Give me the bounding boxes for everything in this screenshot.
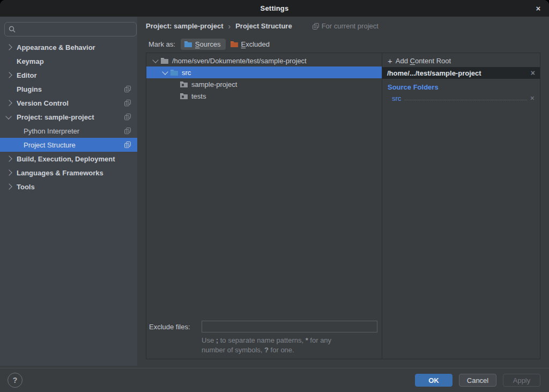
per-project-settings-icon (124, 128, 131, 136)
chevron-right-icon (6, 169, 12, 175)
dialog-footer: ? OK Cancel Apply (0, 366, 549, 392)
exclude-files-hint: Use ; to separate name patterns, * for a… (202, 336, 377, 355)
chevron-right-icon (6, 156, 12, 161)
mark-as-label: Mark as: (149, 40, 175, 48)
scope-indicator: For current project (313, 22, 379, 30)
sidebar-item-editor[interactable]: Editor (0, 68, 137, 82)
sidebar-item-languages-frameworks[interactable]: Languages & Frameworks (0, 166, 137, 180)
close-icon[interactable]: × (532, 0, 544, 17)
sidebar-item-keymap[interactable]: Keymap (0, 54, 137, 68)
content-roots-tree-panel: /home/sven/Dokumente/test/sample-project… (146, 53, 382, 359)
sidebar-item-tools[interactable]: Tools (0, 180, 137, 194)
source-folders-title: Source Folders (388, 83, 535, 91)
sidebar-item-plugins[interactable]: Plugins (0, 82, 137, 96)
titlebar: Settings × (0, 0, 549, 17)
chevron-down-icon (5, 113, 11, 119)
chevron-down-icon (162, 69, 168, 75)
chevron-right-icon (6, 183, 12, 189)
tree-row-tests[interactable]: tests (146, 90, 382, 102)
sidebar-nav: Appearance & Behavior Keymap Editor Plug… (0, 40, 137, 194)
excluded-folder-icon (230, 40, 239, 48)
tree-row-sample-project[interactable]: sample-project (146, 78, 382, 90)
sidebar-item-project-sample-project[interactable]: Project: sample-project (0, 110, 137, 124)
source-folder-icon (170, 69, 179, 76)
content-root-row[interactable]: /home/.../test/sample-project × (382, 67, 540, 79)
per-project-settings-icon (313, 23, 319, 29)
remove-source-folder-icon[interactable]: × (530, 94, 535, 102)
mark-as-excluded-button[interactable]: Excluded (227, 39, 274, 50)
folder-icon (180, 80, 188, 88)
sidebar-item-build-execution-deployment[interactable]: Build, Execution, Deployment (0, 152, 137, 166)
plus-icon: + (388, 56, 392, 65)
exclude-files-label: Exclude files: (149, 323, 202, 331)
project-structure-panels: /home/sven/Dokumente/test/sample-project… (146, 53, 540, 359)
content-root-details-panel: + Add Content Root /home/.../test/sample… (382, 53, 540, 359)
per-project-settings-icon (124, 86, 131, 94)
mark-as-toolbar: Mark as: Sources Excluded (137, 35, 549, 53)
exclude-files-section: Exclude files: Use ; to separate name pa… (149, 321, 377, 355)
breadcrumb-separator-icon: › (228, 22, 231, 31)
add-content-root-button[interactable]: + Add Content Root (382, 55, 540, 67)
sources-folder-icon (184, 40, 192, 48)
help-button[interactable]: ? (8, 373, 23, 388)
question-mark-icon: ? (13, 376, 18, 384)
source-folder-row[interactable]: src × (392, 94, 535, 102)
footer-divider (0, 368, 549, 368)
sidebar-item-project-structure[interactable]: Project Structure (0, 138, 137, 152)
settings-search[interactable] (4, 22, 137, 36)
breadcrumb-project: Project: sample-project (146, 22, 224, 30)
search-input[interactable] (19, 25, 123, 34)
sidebar-item-version-control[interactable]: Version Control (0, 96, 137, 110)
ok-button[interactable]: OK (415, 374, 452, 387)
per-project-settings-icon (124, 100, 131, 108)
exclude-files-input[interactable] (202, 321, 377, 332)
chevron-right-icon (6, 44, 12, 50)
sidebar-item-appearance-behavior[interactable]: Appearance & Behavior (0, 40, 137, 54)
chevron-right-icon (6, 72, 12, 78)
folder-tree: /home/sven/Dokumente/test/sample-project… (146, 55, 382, 102)
settings-sidebar: Appearance & Behavior Keymap Editor Plug… (0, 17, 137, 366)
folder-icon (180, 92, 188, 100)
chevron-down-icon (152, 57, 158, 63)
settings-dialog: Settings × Appearance & Behavior Keymap … (0, 0, 549, 392)
per-project-settings-icon (124, 114, 131, 122)
tree-row-src[interactable]: src (146, 66, 382, 78)
mark-as-sources-button[interactable]: Sources (181, 39, 226, 50)
breadcrumb-page: Project Structure (235, 22, 292, 30)
per-project-settings-icon (124, 142, 131, 150)
breadcrumb: Project: sample-project › Project Struct… (137, 17, 549, 35)
sidebar-item-python-interpreter[interactable]: Python Interpreter (0, 124, 137, 138)
search-icon (9, 26, 16, 33)
tree-row-content-root[interactable]: /home/sven/Dokumente/test/sample-project (146, 55, 382, 66)
settings-content: Project: sample-project › Project Struct… (137, 17, 549, 366)
folder-icon (160, 57, 169, 64)
apply-button[interactable]: Apply (503, 374, 540, 387)
remove-content-root-icon[interactable]: × (531, 69, 535, 77)
chevron-right-icon (6, 100, 12, 106)
cancel-button[interactable]: Cancel (459, 374, 496, 387)
dotted-leader (404, 100, 526, 100)
window-title: Settings (261, 4, 289, 12)
